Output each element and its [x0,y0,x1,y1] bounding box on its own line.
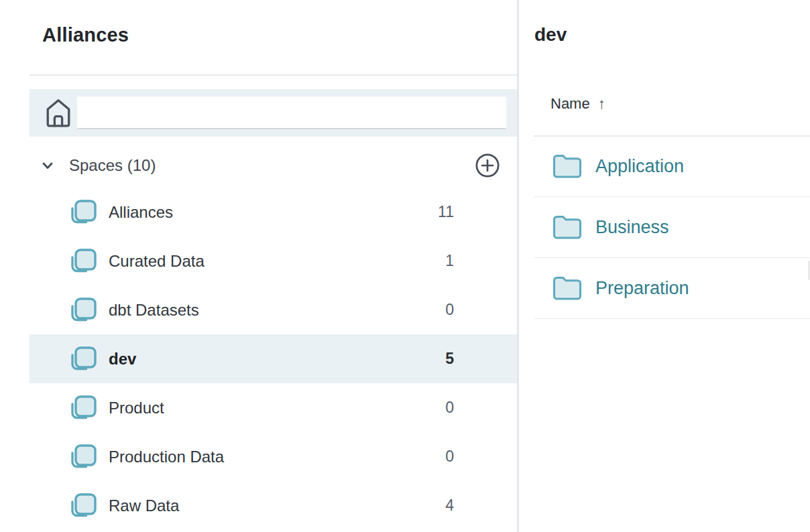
sidebar-space-item[interactable]: Product 0 [30,383,517,432]
app-window: Alliances Spaces (10) [0,0,810,532]
sidebar-space-item[interactable]: Production Data 0 [30,432,517,481]
space-item-count: 5 [445,350,454,368]
space-icon [68,247,97,276]
sort-ascending-icon: ↑ [598,95,605,113]
sidebar-space-item[interactable]: Curated Data 1 [30,237,517,285]
redacted-text-overlay [77,96,506,129]
space-item-label: Product [109,399,164,417]
scrollbar-sliver[interactable] [808,261,810,280]
space-item-label: dbt Datasets [109,301,199,320]
sidebar-home-item[interactable] [30,89,517,137]
space-icon [68,295,97,325]
folder-list: Application Business Preparation [534,136,810,319]
sidebar-space-item[interactable]: dev 5 [30,334,517,383]
page-title: dev [534,24,567,46]
folder-row[interactable]: Business [534,197,810,258]
sidebar-space-item[interactable]: Alliances 11 [30,188,517,237]
spaces-list: Alliances 11 Curated Data 1 dbt Datasets… [30,188,517,530]
space-icon [68,344,97,374]
folder-row[interactable]: Application [534,136,810,197]
spaces-section-label: Spaces (10) [69,156,156,175]
space-item-label: Curated Data [109,252,205,271]
folder-icon [552,153,583,180]
space-item-count: 4 [445,496,454,515]
folder-icon [552,275,583,302]
space-item-count: 1 [445,252,454,270]
folder-row[interactable]: Preparation [534,258,810,319]
space-item-count: 0 [445,399,454,417]
sidebar-space-item[interactable]: dbt Datasets 0 [30,285,517,334]
folder-link[interactable]: Preparation [595,278,689,299]
folder-link[interactable]: Business [595,217,669,238]
space-item-label: dev [109,350,136,369]
space-icon [68,442,97,472]
folder-link[interactable]: Application [595,156,684,177]
sidebar: Alliances Spaces (10) [0,0,517,532]
sidebar-title: Alliances [42,24,129,46]
space-item-count: 0 [445,448,454,466]
plus-circle-icon [475,153,500,178]
space-item-label: Production Data [109,448,224,466]
sidebar-section-spaces: Spaces (10) [30,143,517,188]
main-panel: dev Name ↑ Application Business Preparat… [519,0,810,532]
name-header-label: Name [551,95,590,113]
space-item-label: Alliances [109,203,173,222]
sidebar-title-divider [30,74,517,76]
chevron-down-icon[interactable] [39,157,56,174]
space-icon [68,491,97,521]
space-item-count: 0 [445,301,454,319]
space-item-count: 11 [438,203,454,221]
sidebar-space-item[interactable]: Raw Data 4 [30,481,517,530]
add-space-button[interactable] [474,152,501,179]
home-icon [44,97,72,128]
space-item-label: Raw Data [109,496,179,515]
folder-icon [552,214,583,241]
space-icon [68,393,97,423]
column-header-name[interactable]: Name ↑ [551,95,605,113]
space-icon [68,198,97,227]
